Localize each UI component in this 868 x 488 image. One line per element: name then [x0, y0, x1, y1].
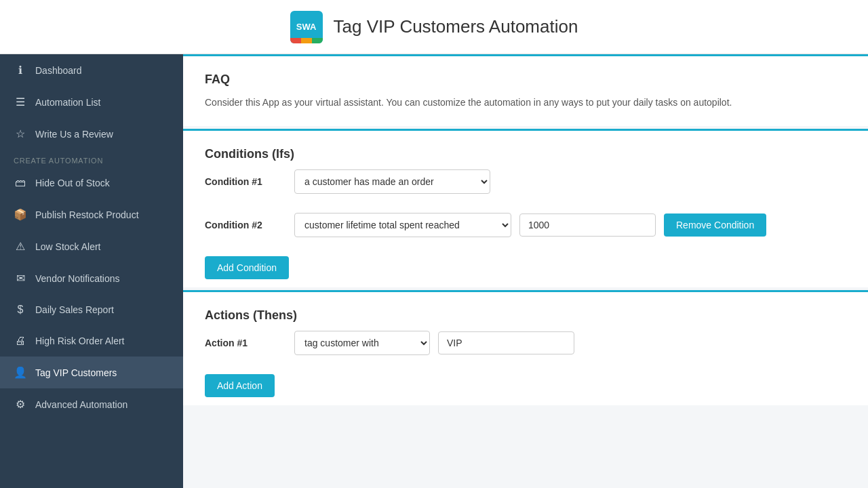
sidebar-label-write-review: Write Us a Review	[35, 129, 113, 140]
actions-section: Actions (Thens) Action #1 tag customer w…	[183, 290, 868, 405]
conditions-title: Conditions (Ifs)	[205, 147, 846, 161]
star-icon: ☆	[14, 127, 27, 140]
condition-2-row: Condition #2 a customer has made an orde…	[205, 213, 846, 237]
sidebar-item-dashboard[interactable]: ℹ Dashboard	[0, 54, 183, 86]
sidebar-item-publish-restock[interactable]: 📦 Publish Restock Product	[0, 199, 183, 230]
sidebar-item-daily-sales-report[interactable]: $ Daily Sales Report	[0, 294, 183, 325]
add-action-button[interactable]: Add Action	[205, 374, 275, 397]
list-icon: ☰	[14, 96, 27, 108]
sidebar-label-hide-out-of-stock: Hide Out of Stock	[35, 178, 110, 188]
action-1-label: Action #1	[205, 338, 286, 348]
info-icon: ℹ	[14, 64, 27, 77]
sidebar-label-automation-list: Automation List	[35, 97, 101, 108]
conditions-section: Conditions (Ifs) Condition #1 a customer…	[183, 129, 868, 287]
logo-stripe	[290, 38, 323, 43]
sidebar-label-vendor-notifications: Vendor Notifications	[35, 273, 120, 284]
condition-1-label: Condition #1	[205, 176, 286, 187]
condition-2-select[interactable]: a customer has made an order customer li…	[294, 213, 511, 237]
condition-1-select[interactable]: a customer has made an order customer li…	[294, 169, 490, 194]
action-1-row: Action #1 tag customer with	[205, 331, 846, 355]
condition-1-row: Condition #1 a customer has made an orde…	[205, 169, 846, 194]
sidebar-label-high-risk-order: High Risk Order Alert	[35, 336, 124, 346]
faq-section: FAQ Consider this App as your virtual as…	[183, 54, 868, 126]
user-icon: 👤	[14, 366, 27, 379]
main-layout: ℹ Dashboard ☰ Automation List ☆ Write Us…	[0, 54, 868, 488]
sidebar-label-dashboard: Dashboard	[35, 65, 82, 76]
app-header: SWA Tag VIP Customers Automation	[0, 0, 868, 54]
dollar-icon: $	[14, 304, 27, 316]
sidebar-label-daily-sales-report: Daily Sales Report	[35, 304, 114, 315]
gear-icon: ⚙	[14, 398, 27, 411]
faq-description: Consider this App as your virtual assist…	[205, 95, 846, 110]
logo-text: SWA	[296, 22, 317, 31]
page-title: Tag VIP Customers Automation	[334, 16, 578, 37]
actions-title: Actions (Thens)	[205, 308, 846, 323]
sidebar: ℹ Dashboard ☰ Automation List ☆ Write Us…	[0, 54, 183, 488]
sidebar-item-tag-vip[interactable]: 👤 Tag VIP Customers	[0, 357, 183, 388]
sidebar-label-tag-vip: Tag VIP Customers	[35, 367, 117, 378]
package-icon: 📦	[14, 208, 27, 221]
faq-title: FAQ	[205, 73, 846, 87]
condition-2-value-input[interactable]	[519, 214, 656, 237]
action-1-value-input[interactable]	[438, 331, 574, 354]
action-1-select[interactable]: tag customer with	[294, 331, 430, 355]
app-logo: SWA	[290, 11, 323, 43]
printer-icon: 🖨	[14, 335, 27, 347]
sidebar-item-advanced-automation[interactable]: ⚙ Advanced Automation	[0, 388, 183, 420]
sidebar-label-publish-restock: Publish Restock Product	[35, 209, 139, 220]
sidebar-label-advanced-automation: Advanced Automation	[35, 399, 127, 410]
sidebar-item-high-risk-order[interactable]: 🖨 High Risk Order Alert	[0, 325, 183, 357]
add-condition-button[interactable]: Add Condition	[205, 256, 289, 279]
sidebar-item-hide-out-of-stock[interactable]: 🗃 Hide Out of Stock	[0, 167, 183, 199]
sidebar-label-low-stock-alert: Low Stock Alert	[35, 241, 101, 252]
warning-icon: ⚠	[14, 240, 27, 253]
main-content: FAQ Consider this App as your virtual as…	[183, 54, 868, 488]
remove-condition-button[interactable]: Remove Condition	[664, 214, 766, 237]
condition-2-label: Condition #2	[205, 220, 286, 230]
sidebar-item-vendor-notifications[interactable]: ✉ Vendor Notifications	[0, 262, 183, 294]
sidebar-item-low-stock-alert[interactable]: ⚠ Low Stock Alert	[0, 230, 183, 262]
mail-icon: ✉	[14, 272, 27, 285]
sidebar-section-create: CREATE AUTOMATION	[0, 150, 183, 167]
sidebar-item-automation-list[interactable]: ☰ Automation List	[0, 86, 183, 118]
box-icon: 🗃	[14, 177, 27, 189]
sidebar-item-write-review[interactable]: ☆ Write Us a Review	[0, 118, 183, 150]
